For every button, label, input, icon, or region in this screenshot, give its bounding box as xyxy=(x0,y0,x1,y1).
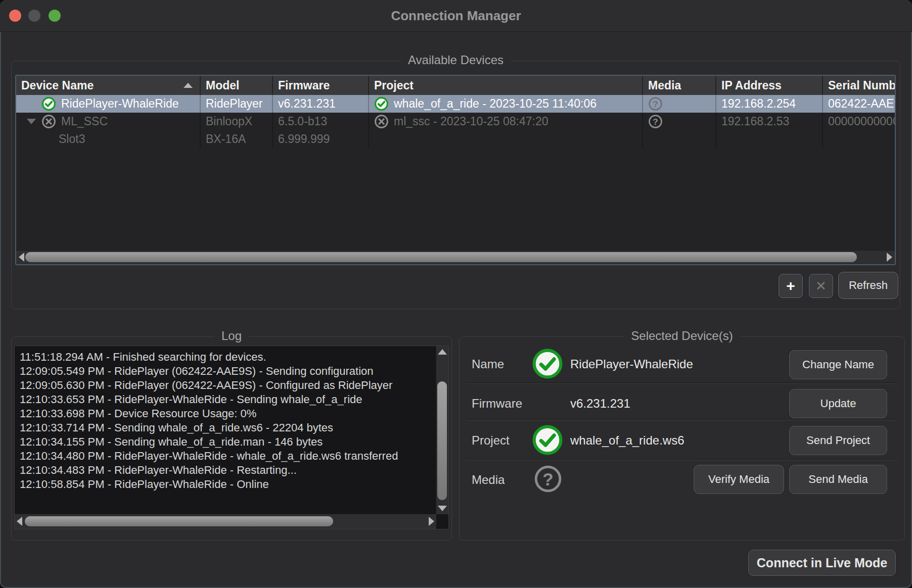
scroll-up-icon[interactable] xyxy=(438,349,447,355)
device-name-cell: ML_SSC xyxy=(16,113,201,130)
name-ok-icon xyxy=(532,348,563,381)
connection-manager-window: Connection Manager Available Devices Dev… xyxy=(0,0,912,588)
status-error-icon xyxy=(41,114,56,129)
connect-live-mode-button[interactable]: Connect in Live Mode xyxy=(748,550,896,576)
title-bar: Connection Manager xyxy=(0,0,912,32)
log-line: 12:10:58.854 PM - RidePlayer-WhaleRide -… xyxy=(20,477,433,492)
log-line: 12:10:34.155 PM - Sending whale_of_a_rid… xyxy=(20,435,433,449)
minimize-window-button[interactable] xyxy=(28,10,40,22)
media-cell: ? xyxy=(643,113,716,130)
column-header-project[interactable]: Project xyxy=(369,76,643,95)
firmware-cell: v6.231.231 xyxy=(273,95,369,113)
log-vertical-scrollbar[interactable] xyxy=(436,346,448,514)
firmware-cell: 6.5.0-b13 xyxy=(273,113,369,130)
log-output[interactable]: 11:51:18.294 AM - Finished searching for… xyxy=(14,346,449,529)
add-device-button[interactable]: + xyxy=(779,274,803,298)
log-line: 12:10:34.480 PM - RidePlayer-WhaleRide -… xyxy=(20,449,433,463)
send-project-button[interactable]: Send Project xyxy=(789,426,887,455)
column-header-serial-number[interactable]: Serial Number xyxy=(823,76,895,95)
window-title: Connection Manager xyxy=(0,0,912,31)
log-legend: Log xyxy=(12,329,451,343)
project-error-icon xyxy=(374,114,389,129)
media-label: Media xyxy=(472,473,505,487)
column-header-media[interactable]: Media xyxy=(643,76,716,95)
table-scrollbar-thumb[interactable] xyxy=(25,252,857,262)
project-cell xyxy=(369,130,643,148)
firmware-cell: 6.999.999 xyxy=(273,130,369,148)
log-lines: 11:51:18.294 AM - Finished searching for… xyxy=(20,350,433,514)
update-firmware-button[interactable]: Update xyxy=(789,389,887,418)
ip-cell: 192.168.2.254 xyxy=(716,95,823,113)
verify-media-button[interactable]: Verify Media xyxy=(694,465,784,494)
media-unknown-icon: ? xyxy=(648,114,663,129)
log-line: 11:51:18.294 AM - Finished searching for… xyxy=(20,350,433,364)
sort-ascending-icon xyxy=(184,83,193,88)
table-row-slot3[interactable]: Slot3 BX-16A 6.999.999 xyxy=(16,130,895,148)
close-window-button[interactable] xyxy=(9,10,21,22)
name-label: Name xyxy=(472,357,504,371)
serial-cell: 062422-AAE9S xyxy=(823,95,895,113)
device-table-header: Device Name Model Firmware Project Media… xyxy=(16,76,895,95)
device-table: Device Name Model Firmware Project Media… xyxy=(15,75,896,265)
send-media-button[interactable]: Send Media xyxy=(789,465,887,494)
selected-devices-group: Selected Device(s) Name RidePlayer-Whale… xyxy=(459,336,905,541)
log-line: 12:09:05.549 PM - RidePlayer (062422-AAE… xyxy=(20,364,433,378)
column-header-ip-address[interactable]: IP Address xyxy=(716,76,823,95)
log-line: 12:10:34.483 PM - RidePlayer-WhaleRide -… xyxy=(20,463,433,477)
log-line: 12:10:33.653 PM - RidePlayer-WhaleRide -… xyxy=(20,393,433,407)
device-name-cell: RidePlayer-WhaleRide xyxy=(16,95,201,113)
log-vscrollbar-thumb[interactable] xyxy=(437,381,447,500)
table-row-rideplayer[interactable]: RidePlayer-WhaleRide RidePlayer v6.231.2… xyxy=(16,95,895,113)
remove-device-button[interactable]: ✕ xyxy=(809,274,833,298)
project-ok-icon xyxy=(374,96,389,111)
refresh-button[interactable]: Refresh xyxy=(838,272,898,299)
model-cell: BX-16A xyxy=(201,130,273,148)
log-line: 12:10:33.698 PM - Device Resource Usage:… xyxy=(20,407,433,421)
model-cell: BinloopX xyxy=(201,113,273,130)
scroll-left-icon[interactable] xyxy=(19,253,24,262)
media-unknown-icon: ? xyxy=(534,465,562,495)
column-header-firmware[interactable]: Firmware xyxy=(273,76,369,95)
name-value: RidePlayer-WhaleRide xyxy=(570,357,693,371)
status-ok-icon xyxy=(41,96,56,111)
project-cell: whale_of_a_ride - 2023-10-25 11:40:06 xyxy=(369,95,643,113)
firmware-value: v6.231.231 xyxy=(570,397,630,411)
media-cell xyxy=(643,130,716,148)
ip-cell xyxy=(716,130,823,148)
scroll-right-icon[interactable] xyxy=(429,517,434,526)
project-label: Project xyxy=(472,433,510,448)
device-name-cell: Slot3 xyxy=(16,130,201,148)
zoom-window-button[interactable] xyxy=(49,10,61,22)
svg-text:?: ? xyxy=(653,117,658,127)
disclosure-expanded-icon[interactable] xyxy=(27,119,36,124)
column-header-model[interactable]: Model xyxy=(201,76,273,95)
log-line: 12:10:33.714 PM - Sending whale_of_a_rid… xyxy=(20,421,433,435)
serial-cell xyxy=(823,130,895,148)
change-name-button[interactable]: Change Name xyxy=(789,350,887,379)
firmware-label: Firmware xyxy=(472,397,522,411)
serial-cell: 000000000000 xyxy=(823,113,895,130)
table-horizontal-scrollbar[interactable] xyxy=(16,250,895,264)
svg-text:?: ? xyxy=(653,99,658,109)
column-header-device-name[interactable]: Device Name xyxy=(16,76,201,95)
svg-text:?: ? xyxy=(542,469,553,489)
table-row-mlssc[interactable]: ML_SSC BinloopX 6.5.0-b13 ml_ssc - 2023-… xyxy=(16,113,895,130)
scroll-right-icon[interactable] xyxy=(887,253,892,262)
project-value: whale_of_a_ride.ws6 xyxy=(570,433,684,448)
media-unknown-icon: ? xyxy=(648,96,663,111)
log-hscrollbar-thumb[interactable] xyxy=(25,516,333,526)
available-devices-legend: Available Devices xyxy=(12,53,900,67)
log-horizontal-scrollbar[interactable] xyxy=(15,514,436,529)
selected-devices-legend: Selected Device(s) xyxy=(460,329,904,343)
scroll-left-icon[interactable] xyxy=(17,517,22,526)
log-line: 12:09:05.630 PM - RidePlayer (062422-AAE… xyxy=(20,378,433,393)
scroll-down-icon[interactable] xyxy=(438,506,447,511)
project-cell: ml_ssc - 2023-10-25 08:47:20 xyxy=(369,113,643,130)
ip-cell: 192.168.2.53 xyxy=(716,113,823,130)
project-ok-icon xyxy=(532,424,563,458)
media-cell: ? xyxy=(643,95,716,113)
model-cell: RidePlayer xyxy=(201,95,273,113)
